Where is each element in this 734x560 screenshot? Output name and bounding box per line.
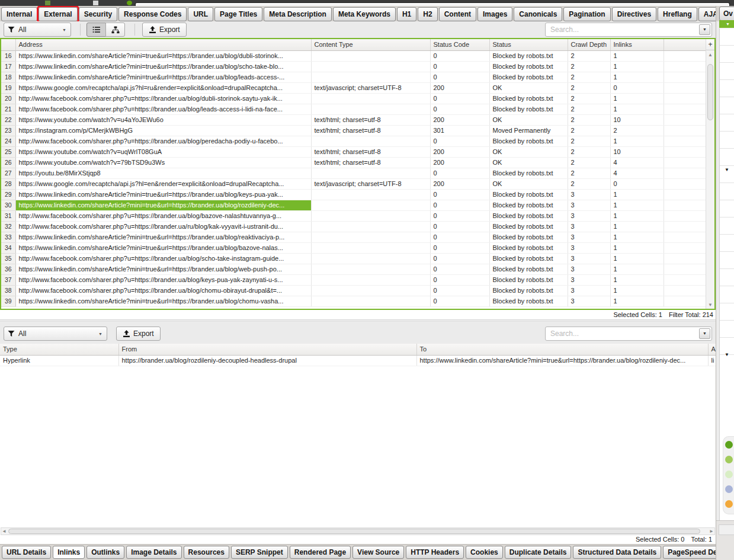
list-view-button[interactable]: [86, 23, 106, 37]
column-header-inlinks[interactable]: Inlinks: [610, 39, 664, 50]
lower-search-input[interactable]: [546, 329, 699, 338]
cell-crawl-depth[interactable]: 2: [568, 125, 610, 136]
scrollbar-thumb[interactable]: [8, 529, 700, 534]
cell-crawl-depth[interactable]: 2: [568, 82, 610, 93]
cell-inlinks[interactable]: 1: [610, 296, 664, 306]
cell-status-code[interactable]: 0: [430, 189, 489, 200]
cell-status[interactable]: Blocked by robots.txt: [489, 221, 568, 232]
cell-status-code[interactable]: 0: [430, 296, 489, 306]
scrollbar-thumb[interactable]: [707, 64, 713, 120]
filter-dropdown[interactable]: All ▼: [4, 23, 71, 37]
cell-from[interactable]: https://brander.ua/blog/rozdileniy-decou…: [118, 355, 416, 366]
column-header-status[interactable]: Status: [489, 39, 568, 50]
cell-address[interactable]: https://www.linkedin.com/shareArticle?mi…: [15, 296, 311, 306]
cell-content-type[interactable]: [311, 168, 430, 178]
cell-address[interactable]: http://www.facebook.com/sharer.php?u=htt…: [15, 285, 311, 296]
list-item[interactable]: [720, 269, 734, 286]
bottom-tab-outlinks[interactable]: Outlinks: [86, 546, 124, 559]
list-item[interactable]: [720, 97, 734, 114]
cell-status[interactable]: Blocked by robots.txt: [489, 242, 568, 253]
list-item[interactable]: [720, 63, 734, 80]
lower-export-button[interactable]: Export: [116, 327, 161, 341]
cell-crawl-depth[interactable]: 2: [568, 178, 610, 189]
bottom-tab-image-details[interactable]: Image Details: [126, 546, 181, 559]
cell-status-code[interactable]: 200: [430, 157, 489, 168]
cell-address[interactable]: https://www.google.com/recaptcha/api.js?…: [15, 178, 311, 189]
cell-address[interactable]: http://www.facebook.com/sharer.php?u=htt…: [15, 274, 311, 285]
cell-content-type[interactable]: [311, 50, 430, 61]
cell-address[interactable]: http://www.facebook.com/sharer.php?u=htt…: [15, 253, 311, 264]
cell-status[interactable]: OK: [489, 146, 568, 157]
bottom-tab-duplicate-details[interactable]: Duplicate Details: [505, 546, 572, 559]
list-item[interactable]: [720, 252, 734, 269]
cell-inlinks[interactable]: 1: [610, 242, 664, 253]
cell-content-type[interactable]: [311, 285, 430, 296]
sidebar-green-header[interactable]: ▼: [719, 20, 734, 28]
cell-status-code[interactable]: 301: [430, 125, 489, 136]
cell-address[interactable]: https://instagram.com/p/CMerjkWBHgG: [15, 125, 311, 136]
chevron-down-icon[interactable]: ▼: [725, 352, 729, 357]
cell-status-code[interactable]: 0: [430, 93, 489, 104]
tab-overview[interactable]: Ov: [719, 7, 734, 21]
cell-inlinks[interactable]: 1: [610, 136, 664, 146]
cell-inlinks[interactable]: 1: [610, 93, 664, 104]
bottom-tab-view-source[interactable]: View Source: [352, 546, 404, 559]
column-header-type[interactable]: Type: [0, 344, 118, 355]
cell-inlinks[interactable]: 1: [610, 285, 664, 296]
cell-status[interactable]: OK: [489, 82, 568, 93]
list-item[interactable]: [720, 149, 734, 166]
tab-h2[interactable]: H2: [418, 7, 437, 21]
column-header-content-type[interactable]: Content Type: [311, 39, 430, 50]
cell-inlinks[interactable]: 2: [610, 125, 664, 136]
cell-status-code[interactable]: 0: [430, 221, 489, 232]
cell-type[interactable]: Hyperlink: [0, 355, 118, 366]
cell-status[interactable]: Blocked by robots.txt: [489, 93, 568, 104]
bottom-tab-inlinks[interactable]: Inlinks: [53, 546, 85, 559]
bottom-tab-serp-snippet[interactable]: SERP Snippet: [231, 546, 288, 559]
cell-content-type[interactable]: [311, 296, 430, 306]
cell-status-code[interactable]: 0: [430, 285, 489, 296]
list-item[interactable]: [720, 217, 734, 235]
cell-address[interactable]: https://www.linkedin.com/shareArticle?mi…: [15, 242, 311, 253]
cell-status[interactable]: Blocked by robots.txt: [489, 296, 568, 306]
cell-inlinks[interactable]: 0: [610, 178, 664, 189]
cell-status-code[interactable]: 0: [430, 61, 489, 72]
cell-status-code[interactable]: 0: [430, 136, 489, 146]
vertical-scrollbar[interactable]: + ▲ ▼: [706, 39, 714, 309]
cell-status-code[interactable]: 0: [430, 253, 489, 264]
cell-crawl-depth[interactable]: 2: [568, 146, 610, 157]
cell-crawl-depth[interactable]: 2: [568, 168, 610, 178]
cell-content-type[interactable]: [311, 200, 430, 210]
cell-crawl-depth[interactable]: 3: [568, 189, 610, 200]
cell-content-type[interactable]: [311, 274, 430, 285]
list-item[interactable]: [720, 114, 734, 132]
cell-content-type[interactable]: [311, 264, 430, 274]
cell-content-type[interactable]: [311, 61, 430, 72]
cell-crawl-depth[interactable]: 2: [568, 50, 610, 61]
cell-address[interactable]: https://www.linkedin.com/shareArticle?mi…: [15, 189, 311, 200]
list-item[interactable]: [720, 132, 734, 149]
list-item[interactable]: [720, 28, 734, 46]
list-item[interactable]: [720, 200, 734, 217]
cell-content-type[interactable]: text/javascript; charset=UTF-8: [311, 82, 430, 93]
cell-status-code[interactable]: 200: [430, 178, 489, 189]
cell-address[interactable]: http://www.facebook.com/sharer.php?u=htt…: [15, 221, 311, 232]
cell-address[interactable]: https://www.linkedin.com/shareArticle?mi…: [15, 61, 311, 72]
cell-address[interactable]: https://www.linkedin.com/shareArticle?mi…: [15, 50, 311, 61]
cell-inlinks[interactable]: 1: [610, 61, 664, 72]
add-column-button[interactable]: +: [706, 39, 714, 50]
cell-address[interactable]: https://www.google.com/recaptcha/api.js?…: [15, 82, 311, 93]
cell-status-code[interactable]: 0: [430, 242, 489, 253]
cell-status[interactable]: Blocked by robots.txt: [489, 200, 568, 210]
cell-status[interactable]: Moved Permanently: [489, 125, 568, 136]
cell-content-type[interactable]: [311, 72, 430, 82]
cell-content-type[interactable]: [311, 189, 430, 200]
bottom-tab-structured-data-details[interactable]: Structured Data Details: [573, 546, 661, 559]
cell-status-code[interactable]: 0: [430, 72, 489, 82]
cell-content-type[interactable]: [311, 93, 430, 104]
tab-canonicals[interactable]: Canonicals: [514, 7, 562, 21]
cell-crawl-depth[interactable]: 3: [568, 296, 610, 306]
tab-images[interactable]: Images: [477, 7, 512, 21]
cell-status[interactable]: OK: [489, 157, 568, 168]
cell-crawl-depth[interactable]: 3: [568, 200, 610, 210]
